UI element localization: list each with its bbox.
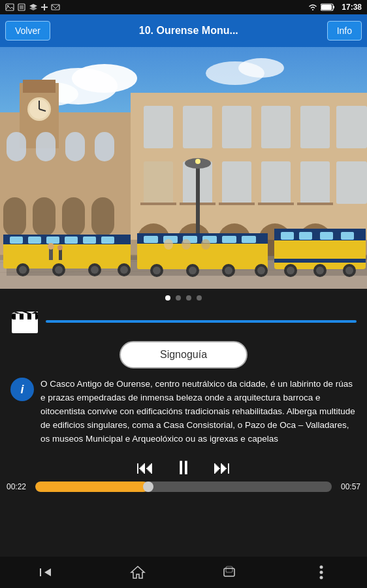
svg-rect-36 — [183, 106, 212, 148]
info-text-wrapper: O Casco Antigo de Ourense, centro neutrá… — [40, 378, 357, 446]
svg-rect-43 — [222, 161, 251, 204]
svg-marker-131 — [131, 566, 144, 578]
svg-point-59 — [195, 159, 200, 164]
timeline-track[interactable] — [35, 482, 332, 492]
plus-icon — [40, 3, 48, 11]
svg-rect-32 — [62, 197, 85, 237]
svg-point-73 — [287, 267, 295, 274]
svg-rect-10 — [333, 6, 334, 8]
status-right-icons: 17:38 — [308, 3, 362, 12]
svg-rect-40 — [336, 106, 367, 148]
fast-forward-button[interactable]: ⏭ — [213, 457, 231, 478]
timeline-area: 00:22 00:57 — [0, 482, 367, 496]
svg-rect-117 — [12, 318, 38, 333]
email-icon — [51, 3, 60, 12]
dot-1[interactable] — [165, 295, 170, 301]
page-title: 10. Ourense Monu... — [50, 25, 327, 37]
svg-rect-35 — [144, 106, 173, 148]
svg-point-107 — [91, 266, 99, 274]
home-icon — [130, 564, 146, 580]
svg-rect-26 — [7, 132, 26, 161]
svg-point-136 — [319, 576, 323, 580]
svg-rect-120 — [12, 314, 16, 319]
svg-rect-115 — [59, 250, 62, 260]
timeline-fill — [35, 482, 148, 492]
system-menu-button[interactable] — [305, 559, 338, 585]
signoguia-button[interactable]: Signoguía — [120, 341, 247, 368]
svg-rect-28 — [65, 132, 85, 161]
svg-point-91 — [225, 267, 232, 274]
svg-rect-70 — [341, 232, 354, 240]
svg-rect-51 — [297, 203, 333, 205]
current-time: 00:22 — [7, 482, 30, 491]
photo-icon — [5, 3, 14, 12]
rewind-button[interactable]: ⏮ — [136, 457, 154, 478]
svg-rect-100 — [83, 237, 96, 244]
svg-rect-30 — [3, 197, 26, 237]
svg-rect-96 — [10, 237, 23, 244]
svg-rect-121 — [20, 314, 24, 319]
svg-rect-133 — [226, 566, 232, 572]
battery-icon — [321, 3, 335, 11]
media-progress-bar[interactable] — [46, 320, 357, 323]
bottom-navigation — [0, 557, 367, 588]
total-time: 00:57 — [337, 482, 360, 491]
notification-icons — [5, 3, 60, 12]
svg-rect-80 — [144, 236, 158, 243]
svg-rect-45 — [300, 161, 330, 204]
timeline-thumb[interactable] — [143, 482, 153, 492]
info-icon-container: i — [10, 378, 34, 404]
svg-rect-67 — [281, 232, 294, 240]
svg-point-87 — [153, 267, 161, 274]
svg-rect-123 — [35, 314, 39, 319]
svg-rect-37 — [222, 106, 251, 148]
clapperboard-icon[interactable] — [10, 310, 39, 333]
clapperboard-svg — [10, 310, 39, 333]
svg-rect-49 — [219, 203, 255, 205]
signoguia-area: Signoguía — [0, 336, 367, 375]
svg-rect-0 — [6, 4, 14, 10]
svg-rect-69 — [320, 232, 333, 240]
playback-controls: ⏮ ⏸ ⏭ — [0, 451, 367, 482]
info-circle-icon: i — [10, 378, 34, 401]
info-button[interactable]: Info — [327, 21, 362, 41]
system-recents-button[interactable] — [213, 559, 246, 585]
svg-point-111 — [182, 239, 191, 250]
system-back-button[interactable] — [29, 559, 62, 585]
dot-4[interactable] — [197, 295, 202, 301]
svg-rect-39 — [300, 106, 330, 148]
recents-icon — [221, 564, 237, 580]
play-pause-button[interactable]: ⏸ — [174, 457, 193, 479]
svg-rect-38 — [261, 106, 291, 148]
back-button[interactable]: Volver — [5, 21, 50, 41]
svg-rect-71 — [274, 259, 366, 263]
svg-rect-85 — [242, 236, 256, 243]
svg-point-135 — [319, 571, 323, 574]
svg-rect-29 — [95, 132, 114, 161]
svg-point-75 — [316, 267, 324, 274]
svg-rect-33 — [91, 197, 114, 237]
svg-rect-98 — [46, 237, 59, 244]
overflow-menu-icon — [319, 565, 323, 580]
svg-rect-44 — [261, 161, 291, 204]
dot-3[interactable] — [186, 295, 191, 301]
svg-rect-47 — [140, 203, 176, 205]
svg-point-110 — [164, 239, 173, 250]
svg-point-109 — [120, 266, 128, 274]
svg-rect-50 — [258, 203, 294, 205]
svg-point-134 — [319, 566, 323, 569]
status-time: 17:38 — [342, 3, 362, 12]
svg-rect-122 — [27, 314, 31, 319]
svg-rect-99 — [65, 237, 78, 244]
svg-rect-46 — [336, 161, 367, 204]
svg-rect-68 — [299, 232, 312, 240]
status-bar: 17:38 — [0, 0, 367, 14]
dropbox-icon — [29, 3, 38, 12]
svg-point-116 — [57, 245, 63, 250]
system-home-button[interactable] — [121, 559, 154, 585]
svg-rect-97 — [28, 237, 41, 244]
svg-point-77 — [345, 267, 353, 274]
pagination-dots — [0, 289, 367, 304]
dot-2[interactable] — [176, 295, 181, 301]
city-scene-svg — [0, 47, 367, 289]
